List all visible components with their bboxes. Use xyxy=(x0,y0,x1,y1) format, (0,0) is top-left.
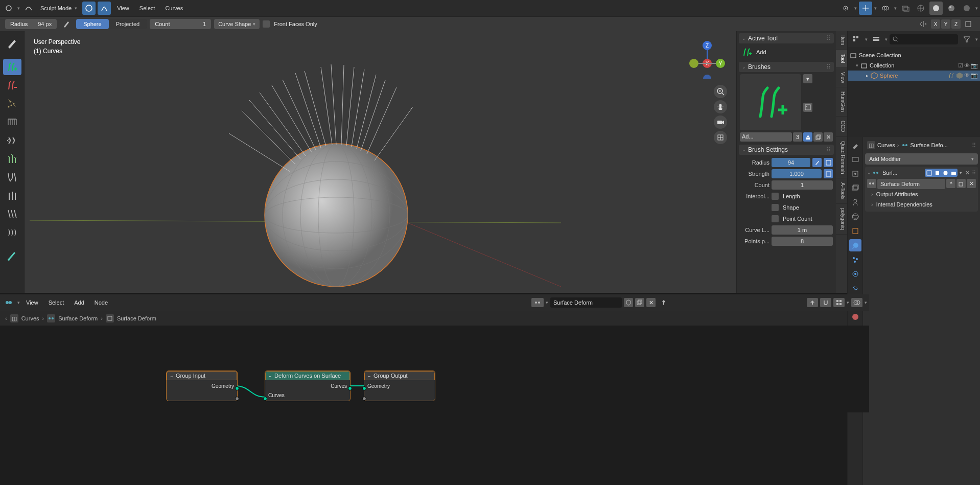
tool-delete-curves[interactable] xyxy=(3,77,21,94)
outliner-search[interactable] xyxy=(890,34,958,44)
ne-parent-icon[interactable] xyxy=(807,298,818,307)
shade-render-icon[interactable] xyxy=(960,2,973,15)
mirror-extra-icon[interactable] xyxy=(962,17,975,31)
object-sphere-row[interactable]: ▸ Sphere 👁📷 xyxy=(848,71,980,81)
ne-unlink-icon[interactable]: ✕ xyxy=(646,298,656,307)
front-faces-toggle[interactable]: Front Faces Only xyxy=(263,20,317,28)
tool-draw[interactable] xyxy=(3,35,21,52)
menu-view[interactable]: View xyxy=(113,5,133,11)
vtab-humgen[interactable]: HumGen xyxy=(836,87,847,117)
tool-annotate[interactable] xyxy=(3,248,21,264)
menu-curves[interactable]: Curves xyxy=(161,5,187,11)
mod-extra-icon[interactable]: ▾ xyxy=(959,170,963,175)
crumb-sd2[interactable]: Surface Deform xyxy=(117,315,156,321)
radius-field[interactable]: Radius 94 px xyxy=(5,19,57,29)
node-canvas[interactable]: ⌄Group Input Geometry ⌄Deform Curves on … xyxy=(0,326,869,412)
curve-length[interactable]: 1 m xyxy=(772,225,833,235)
interp-pc-check[interactable] xyxy=(772,215,779,222)
zoom-icon[interactable] xyxy=(714,85,727,98)
brush-fake-user[interactable] xyxy=(803,132,812,142)
tool-add-curves[interactable] xyxy=(3,59,21,75)
projection-sphere[interactable]: Sphere xyxy=(76,19,108,29)
vtab-ocd[interactable]: OCD xyxy=(836,117,847,136)
editor-type-icon[interactable] xyxy=(2,2,15,15)
mod-cage-icon[interactable] xyxy=(925,169,933,177)
mod-edit-icon[interactable] xyxy=(933,169,941,177)
count-field[interactable]: Count 1 xyxy=(150,19,211,29)
ne-grid-icon[interactable] xyxy=(833,298,845,307)
tool-comb[interactable] xyxy=(3,114,21,130)
ptab-object[interactable] xyxy=(849,225,861,237)
add-modifier-button[interactable]: Add Modifier ▾ xyxy=(865,153,978,165)
ne-menu-view[interactable]: View xyxy=(22,299,42,306)
scene-collection-row[interactable]: Scene Collection xyxy=(848,50,980,60)
node-fake-icon[interactable] xyxy=(946,179,955,188)
ne-tree-icon[interactable] xyxy=(531,298,544,307)
collection-row[interactable]: ▾ Collection ☑👁📷 xyxy=(848,60,980,71)
mirror-y[interactable]: Y xyxy=(941,19,950,29)
node-group-name[interactable]: Surface Deform xyxy=(877,179,945,189)
strength-pressure[interactable] xyxy=(824,169,833,178)
ptab-tool[interactable] xyxy=(849,139,861,151)
tool-grow[interactable] xyxy=(3,151,21,167)
mirror-x[interactable]: X xyxy=(931,19,940,29)
brush-dup-icon[interactable] xyxy=(813,132,823,142)
interp-length-check[interactable] xyxy=(772,193,779,200)
mod-rend-icon[interactable] xyxy=(949,169,958,177)
tool-snake[interactable] xyxy=(3,132,21,149)
falloff-icon[interactable] xyxy=(82,2,96,15)
node-group-output[interactable]: ⌄Group Output Geometry xyxy=(364,371,435,401)
outliner-display-icon[interactable] xyxy=(870,33,883,46)
points-field[interactable]: 8 xyxy=(772,237,833,246)
visibility-icon[interactable] xyxy=(839,2,852,15)
node-dup-icon[interactable] xyxy=(956,179,966,188)
brush-settings-header[interactable]: ⌄Brush Settings⠿ xyxy=(739,145,834,155)
geonode-type-icon[interactable] xyxy=(2,296,15,309)
ne-overlay-icon[interactable] xyxy=(851,298,862,307)
tool-pinch[interactable] xyxy=(3,169,21,186)
brush-image-icon[interactable] xyxy=(803,103,812,112)
brush-menu-icon[interactable]: ▾ xyxy=(803,74,812,83)
ptab-constraints[interactable] xyxy=(849,282,861,294)
modifier-name[interactable]: Surf... xyxy=(880,170,924,176)
node-group-field[interactable]: Surface Deform xyxy=(550,297,622,308)
falloff-curve-icon[interactable] xyxy=(98,2,111,15)
vtab-tool[interactable]: Tool xyxy=(836,50,847,67)
overlay-icon[interactable] xyxy=(879,2,892,15)
vtab-polygoniq[interactable]: polygoniq xyxy=(836,204,847,235)
xray-icon[interactable] xyxy=(899,2,912,15)
internal-deps[interactable]: ›Internal Dependencies xyxy=(867,199,976,210)
mode-select[interactable]: Sculpt Mode ▾ xyxy=(37,2,80,15)
brush-users[interactable]: 3 xyxy=(793,132,802,142)
node-group-input[interactable]: ⌄Group Input Geometry xyxy=(166,371,238,401)
gizmo-toggle-icon[interactable] xyxy=(859,2,872,15)
ptab-world[interactable] xyxy=(849,211,861,223)
ptab-output[interactable] xyxy=(849,168,861,180)
mirror-z[interactable]: Z xyxy=(951,19,961,29)
ne-snap-icon[interactable] xyxy=(820,298,831,307)
radius-slider[interactable]: 94 xyxy=(772,158,810,167)
pan-icon[interactable] xyxy=(714,100,727,113)
brushes-header[interactable]: ⌄Brushes⠿ xyxy=(739,62,834,72)
ne-menu-select[interactable]: Select xyxy=(44,299,68,306)
interp-shape-check[interactable] xyxy=(772,204,779,211)
camera-icon[interactable] xyxy=(714,116,727,129)
mirror-icon[interactable] xyxy=(917,17,930,31)
projection-projected[interactable]: Projected xyxy=(109,19,147,29)
node-tree-icon[interactable] xyxy=(867,179,876,188)
brush-preview[interactable] xyxy=(740,74,801,130)
ne-pin-icon[interactable] xyxy=(658,298,670,307)
tool-density[interactable] xyxy=(3,96,21,112)
ptab-render[interactable] xyxy=(849,153,861,166)
vtab-atools[interactable]: A-Tools xyxy=(836,178,847,204)
output-attributes[interactable]: ›Output Attributes xyxy=(867,189,976,199)
ptab-modifiers[interactable] xyxy=(849,239,861,251)
brush-name[interactable]: Ad... xyxy=(740,132,792,142)
outliner-type-icon[interactable] xyxy=(850,33,863,46)
ne-menu-add[interactable]: Add xyxy=(70,299,88,306)
tool-smooth[interactable] xyxy=(3,206,21,222)
menu-select[interactable]: Select xyxy=(135,5,159,11)
radius-unit[interactable] xyxy=(824,158,833,167)
brush-del-icon[interactable]: ✕ xyxy=(824,132,833,142)
ne-menu-node[interactable]: Node xyxy=(90,299,112,306)
